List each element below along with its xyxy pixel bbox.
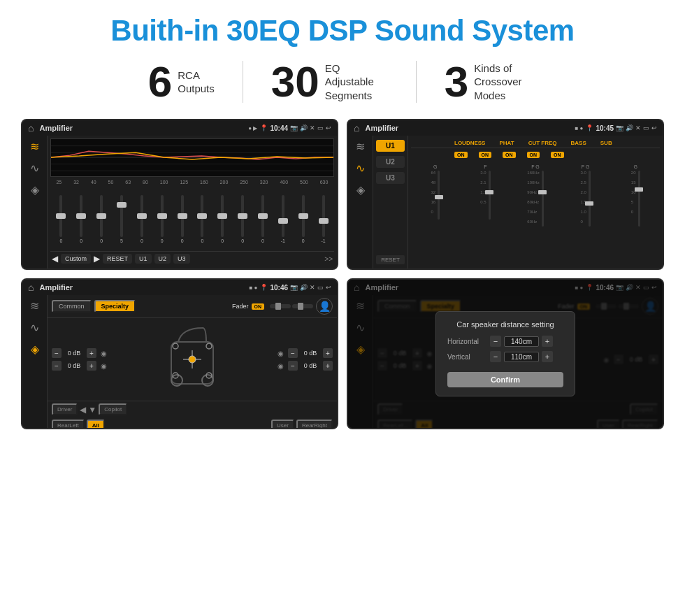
dialog-vertical-ctrl: − 110cm + — [490, 351, 563, 362]
db-plus-fr[interactable]: + — [323, 348, 333, 358]
dialog-horizontal-plus[interactable]: + — [542, 336, 553, 347]
sub-on-badge: ON — [551, 152, 564, 158]
db-minus-fr[interactable]: − — [288, 348, 298, 358]
u1-btn[interactable]: U1 — [376, 140, 405, 152]
db-plus-rl[interactable]: + — [87, 361, 96, 371]
slider-thumb-0[interactable] — [56, 213, 66, 219]
rearright-btn[interactable]: RearRight — [296, 420, 333, 429]
slider-thumb-13[interactable] — [319, 218, 329, 224]
slider-track-4[interactable] — [140, 195, 143, 237]
slider-thumb-10[interactable] — [258, 213, 268, 219]
driver-btn[interactable]: Driver — [52, 403, 78, 415]
u2-btn[interactable]: U2 — [376, 156, 405, 168]
loudness-thumb[interactable] — [435, 195, 443, 199]
crossover-sidebar-speaker-icon[interactable]: ◈ — [356, 183, 365, 196]
specialty-tab[interactable]: Specialty — [94, 300, 136, 313]
eq-u1-btn[interactable]: U1 — [135, 254, 152, 264]
fader-slider-1[interactable] — [270, 304, 291, 308]
eq-sidebar-speaker-icon[interactable]: ◈ — [31, 183, 39, 196]
slider-track-0[interactable] — [59, 195, 62, 237]
speaker-rl-icon: ◉ — [101, 362, 107, 370]
fader-slider-2[interactable] — [292, 304, 313, 308]
user-btn[interactable]: User — [271, 420, 294, 429]
eq-reset-btn[interactable]: RESET — [103, 254, 132, 264]
cutfreq-slider[interactable] — [542, 171, 544, 227]
left-arrow-btn[interactable]: ◀ — [80, 405, 86, 415]
slider-thumb-9[interactable] — [238, 213, 247, 219]
crossover-sidebar-eq-icon[interactable]: ≋ — [356, 140, 365, 153]
slider-thumb-11[interactable] — [278, 218, 288, 224]
down-arrow-btn[interactable]: ▼ — [88, 405, 96, 415]
fader-sidebar-eq-icon[interactable]: ≋ — [30, 299, 39, 313]
eq-slider-13: -1 — [314, 195, 333, 251]
slider-thumb-2[interactable] — [96, 213, 106, 219]
all-btn[interactable]: All — [87, 420, 105, 429]
slider-track-3[interactable] — [120, 195, 123, 237]
sub-slider[interactable] — [638, 171, 640, 227]
slider-thumb-8[interactable] — [217, 213, 227, 219]
crossover-reset-btn[interactable]: RESET — [376, 255, 405, 264]
user-icon-btn[interactable]: 👤 — [316, 298, 333, 315]
slider-track-7[interactable] — [201, 195, 203, 237]
eq-freq-125: 125 — [180, 180, 188, 185]
fader-label: Fader — [232, 303, 249, 310]
eq-u2-btn[interactable]: U2 — [154, 254, 171, 264]
stat-eq-label: EQ AdjustableSegments — [325, 62, 388, 103]
slider-thumb-5[interactable] — [157, 213, 167, 219]
eq-slider-0: 0 — [52, 195, 71, 251]
phat-slider[interactable] — [489, 171, 491, 220]
slider-thumb-4[interactable] — [137, 213, 147, 219]
fader-thumb-2[interactable] — [298, 303, 303, 310]
eq-prev-btn[interactable]: ◀ — [52, 254, 58, 264]
slider-track-12[interactable] — [302, 195, 305, 237]
phat-scale: 3.0 2.1 1.3 0.5 — [480, 171, 486, 204]
slider-track-8[interactable] — [221, 195, 224, 237]
sub-thumb[interactable] — [635, 187, 643, 192]
dialog-horizontal-minus[interactable]: − — [490, 336, 501, 347]
fader-sidebar-wave-icon[interactable]: ∿ — [30, 321, 39, 334]
dialog-horizontal-value: 140cm — [504, 336, 539, 347]
eq-play-btn[interactable]: ▶ — [94, 254, 100, 264]
slider-track-13[interactable] — [322, 195, 325, 237]
fader-sidebar-speaker-icon[interactable]: ◈ — [31, 343, 39, 356]
dialog-vertical-minus[interactable]: − — [490, 351, 501, 362]
dialog-vertical-plus[interactable]: + — [542, 351, 553, 362]
slider-track-10[interactable] — [261, 195, 264, 237]
db-minus-rl[interactable]: − — [52, 361, 62, 371]
slider-thumb-1[interactable] — [76, 213, 86, 219]
eq-home-icon: ⌂ — [28, 122, 34, 134]
crossover-sidebar-wave-icon[interactable]: ∿ — [356, 162, 365, 175]
loudness-slider[interactable] — [438, 171, 440, 220]
slider-thumb-3[interactable] — [117, 202, 127, 208]
slider-thumb-12[interactable] — [298, 213, 308, 219]
copilot-btn[interactable]: Copilot — [99, 403, 127, 415]
db-minus-fl[interactable]: − — [52, 348, 62, 358]
db-plus-fl[interactable]: + — [87, 348, 96, 358]
u3-btn[interactable]: U3 — [376, 172, 405, 184]
eq-custom-btn[interactable]: Custom — [61, 254, 91, 264]
slider-thumb-6[interactable] — [178, 213, 187, 219]
eq-sidebar-eq-icon[interactable]: ≋ — [30, 140, 39, 153]
slider-track-5[interactable] — [161, 195, 164, 237]
crossover-screen: ⌂ Amplifier ■ ● 📍 10:45 📷 🔊 ✕ ▭ ↩ ≋ ∿ ◈ — [347, 119, 664, 270]
slider-track-2[interactable] — [100, 195, 103, 237]
slider-thumb-7[interactable] — [197, 213, 207, 219]
common-tab[interactable]: Common — [52, 300, 92, 313]
eq-sidebar-wave-icon[interactable]: ∿ — [30, 162, 39, 175]
bass-thumb[interactable] — [585, 201, 593, 206]
slider-track-11[interactable] — [282, 195, 284, 237]
db-plus-rr[interactable]: + — [323, 361, 333, 371]
eq-u3-btn[interactable]: U3 — [173, 254, 190, 264]
cutfreq-thumb[interactable] — [538, 190, 547, 194]
fader-thumb-1[interactable] — [275, 303, 281, 310]
slider-track-6[interactable] — [181, 195, 184, 237]
crossover-dots: ■ ● — [575, 125, 584, 131]
slider-track-1[interactable] — [80, 195, 82, 237]
db-minus-rr[interactable]: − — [288, 361, 298, 371]
bass-slider[interactable] — [589, 171, 591, 227]
eq-freq-320: 320 — [260, 180, 268, 185]
phat-thumb[interactable] — [485, 190, 493, 194]
confirm-button[interactable]: Confirm — [447, 372, 563, 387]
slider-track-9[interactable] — [241, 195, 244, 237]
rearleft-btn[interactable]: RearLeft — [52, 420, 85, 429]
